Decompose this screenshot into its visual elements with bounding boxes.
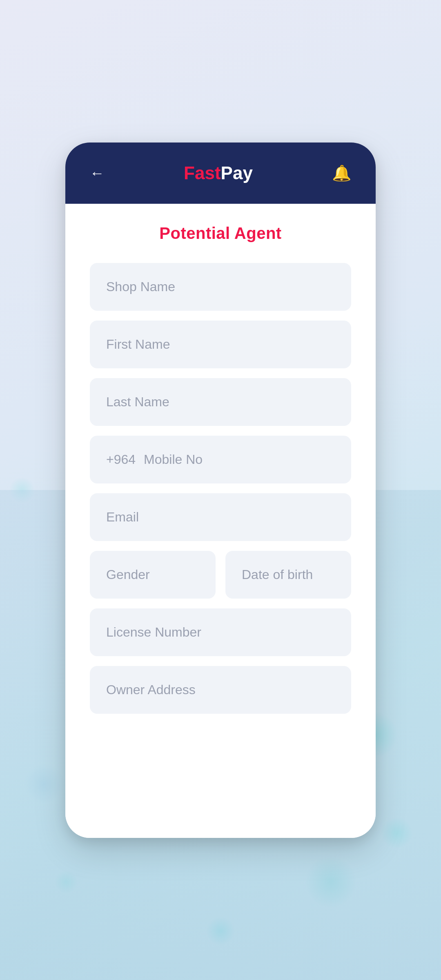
first-name-input[interactable] [90, 321, 351, 368]
phone-card: ← Fast Pay 🔔 Potential Agent +964 [65, 143, 376, 838]
field-group: +964 [90, 263, 351, 805]
license-number-input[interactable] [90, 608, 351, 656]
form-area: Potential Agent +964 [65, 204, 376, 838]
page-title: Potential Agent [90, 224, 351, 243]
bottom-spacer [90, 724, 351, 805]
back-button[interactable]: ← [90, 165, 105, 182]
notification-bell-icon[interactable]: 🔔 [332, 164, 351, 182]
logo-pay-text: Pay [221, 163, 253, 183]
app-header: ← Fast Pay 🔔 [65, 143, 376, 204]
shop-name-input[interactable] [90, 263, 351, 311]
owner-address-input[interactable] [90, 666, 351, 714]
gender-input[interactable] [90, 551, 216, 599]
gender-dob-row [90, 551, 351, 599]
mobile-prefix: +964 [90, 436, 136, 483]
email-input[interactable] [90, 493, 351, 541]
mobile-field-wrapper: +964 [90, 436, 351, 483]
last-name-input[interactable] [90, 378, 351, 426]
logo-fast-text: Fast [184, 163, 220, 183]
app-logo: Fast Pay [184, 163, 253, 183]
mobile-input[interactable] [136, 436, 351, 483]
dob-input[interactable] [225, 551, 351, 599]
